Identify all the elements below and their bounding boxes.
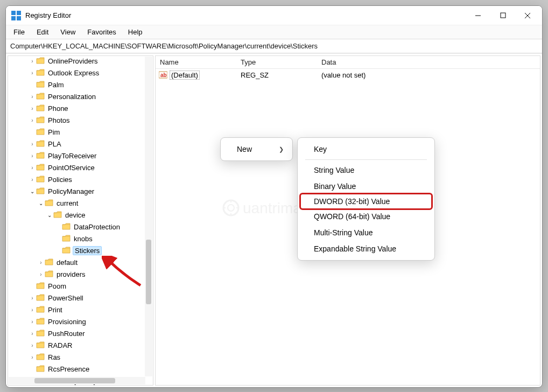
- chevron-right-icon[interactable]: ›: [37, 271, 45, 277]
- tree-item-photos[interactable]: ›Photos: [9, 114, 152, 126]
- folder-icon: [53, 211, 62, 219]
- tree-item-pointofservice[interactable]: ›PointOfService: [9, 162, 152, 173]
- ctx-binary-value[interactable]: Binary Value: [301, 178, 431, 194]
- folder-icon: [36, 93, 45, 100]
- tree-vscroll-thumb[interactable]: [146, 240, 151, 304]
- chevron-right-icon[interactable]: ›: [29, 319, 36, 325]
- chevron-right-icon[interactable]: ›: [29, 106, 36, 111]
- tree-item-palm[interactable]: Palm: [9, 79, 152, 90]
- chevron-right-icon[interactable]: ›: [29, 94, 36, 100]
- menu-favorites[interactable]: Favorites: [82, 26, 121, 38]
- folder-icon: [36, 128, 45, 136]
- chevron-right-icon[interactable]: ›: [29, 153, 36, 159]
- tree-hscroll-thumb[interactable]: [34, 378, 115, 383]
- ctx-expandable-string-value[interactable]: Expandable String Value: [301, 241, 431, 257]
- folder-icon: [36, 164, 45, 171]
- tree-item-label: RcsPresence: [47, 365, 90, 374]
- tree-item-radar[interactable]: ›RADAR: [9, 339, 152, 351]
- tree-item-personalization[interactable]: ›Personalization: [9, 90, 152, 102]
- chevron-right-icon[interactable]: ›: [29, 295, 36, 301]
- folder-icon: [62, 247, 71, 254]
- tree-item-ras[interactable]: ›Ras: [9, 351, 152, 363]
- chevron-right-icon[interactable]: ›: [29, 70, 36, 76]
- tree-item-label: Ras: [47, 353, 61, 362]
- tree-item-label: PowerShell: [47, 293, 85, 303]
- tree-vscroll[interactable]: [145, 57, 152, 376]
- tree-item-policies[interactable]: ›Policies: [9, 173, 152, 185]
- svg-rect-1: [17, 11, 21, 15]
- chevron-right-icon[interactable]: ›: [29, 165, 36, 171]
- tree-item-outlook-express[interactable]: ›Outlook Express: [9, 67, 152, 79]
- ctx-multi-string-value[interactable]: Multi-String Value: [301, 225, 431, 241]
- chevron-right-icon[interactable]: ›: [29, 342, 36, 348]
- tree-item-provisioning[interactable]: ›Provisioning: [9, 316, 152, 327]
- folder-icon: [36, 81, 45, 88]
- chevron-right-icon[interactable]: ›: [37, 260, 45, 265]
- tree-item-policymanager[interactable]: ⌄PolicyManager: [9, 185, 152, 197]
- value-row-default[interactable]: ab (Default) REG_SZ (value not set): [156, 69, 540, 81]
- tree-item-providers[interactable]: ›providers: [9, 268, 152, 280]
- tree-item-label: Outlook Express: [47, 68, 100, 78]
- tree-item-stickers[interactable]: Stickers: [9, 244, 152, 256]
- tree-item-current[interactable]: ⌄current: [9, 197, 152, 209]
- tree-item-device[interactable]: ⌄device: [9, 209, 152, 221]
- folder-icon: [36, 57, 45, 65]
- chevron-right-icon[interactable]: ›: [29, 354, 36, 360]
- col-name[interactable]: Name: [156, 58, 236, 66]
- tree-item-label: Provisioning: [47, 317, 87, 326]
- close-button[interactable]: [515, 7, 540, 24]
- tree-item-dataprotection[interactable]: DataProtection: [9, 221, 152, 233]
- col-data[interactable]: Data: [317, 58, 540, 66]
- value-type: REG_SZ: [236, 71, 317, 79]
- chevron-right-icon[interactable]: ›: [29, 177, 36, 183]
- tree-item-playtoreceiver[interactable]: ›PlayToReceiver: [9, 150, 152, 162]
- tree-item-default[interactable]: ›default: [9, 256, 152, 268]
- tree-item-label: knobs: [73, 234, 94, 243]
- ctx-qword-value[interactable]: QWORD (64-bit) Value: [301, 208, 431, 225]
- tree-item-knobs[interactable]: knobs: [9, 233, 152, 244]
- chevron-down-icon[interactable]: ⌄: [46, 212, 53, 218]
- tree-item-pla[interactable]: ›PLA: [9, 138, 152, 150]
- menu-edit[interactable]: Edit: [31, 26, 54, 38]
- address-bar[interactable]: Computer\HKEY_LOCAL_MACHINE\SOFTWARE\Mic…: [6, 39, 542, 53]
- chevron-right-icon[interactable]: ›: [29, 117, 36, 123]
- chevron-right-icon[interactable]: ›: [29, 331, 36, 337]
- title-bar[interactable]: Registry Editor: [6, 6, 542, 25]
- tree-item-label: PushRouter: [47, 329, 86, 338]
- tree-item-rcspresence[interactable]: RcsPresence: [9, 363, 152, 375]
- menu-file[interactable]: File: [8, 26, 30, 38]
- chevron-right-icon[interactable]: ›: [29, 141, 36, 147]
- chevron-down-icon[interactable]: ⌄: [37, 200, 45, 206]
- folder-icon: [36, 306, 45, 313]
- chevron-down-icon[interactable]: ⌄: [29, 188, 36, 194]
- tree-item-powershell[interactable]: ›PowerShell: [9, 292, 152, 304]
- tree-item-onlineproviders[interactable]: ›OnlineProviders: [9, 55, 152, 67]
- menu-bar: File Edit View Favorites Help: [6, 25, 542, 39]
- tree-hscroll[interactable]: [9, 377, 145, 384]
- chevron-right-icon[interactable]: ›: [29, 58, 36, 64]
- tree-item-label: Policies: [47, 175, 73, 184]
- tree-item-poom[interactable]: Poom: [9, 280, 152, 292]
- ctx-string-value[interactable]: String Value: [301, 162, 431, 178]
- svg-rect-0: [11, 11, 16, 15]
- tree-item-pushrouter[interactable]: ›PushRouter: [9, 327, 152, 339]
- maximize-button[interactable]: [490, 7, 515, 24]
- ctx-key[interactable]: Key: [301, 141, 431, 157]
- tree-item-phone[interactable]: ›Phone: [9, 102, 152, 114]
- tree-item-label: providers: [55, 270, 86, 279]
- folder-icon: [36, 104, 45, 112]
- tree-item-pim[interactable]: Pim: [9, 126, 152, 138]
- value-data: (value not set): [317, 71, 540, 79]
- context-submenu-new: Key String Value Binary Value DWORD (32-…: [297, 137, 435, 261]
- ctx-new[interactable]: New ❯: [224, 141, 289, 157]
- chevron-right-icon[interactable]: ›: [29, 307, 36, 313]
- tree-item-print[interactable]: ›Print: [9, 304, 152, 316]
- ctx-dword-value[interactable]: DWORD (32-bit) Value: [299, 193, 433, 210]
- column-headers[interactable]: Name Type Data: [156, 56, 540, 69]
- menu-view[interactable]: View: [55, 26, 81, 38]
- col-type[interactable]: Type: [236, 58, 317, 66]
- menu-help[interactable]: Help: [123, 26, 148, 38]
- minimize-button[interactable]: [466, 7, 490, 24]
- tree-panel[interactable]: ›OnlineProviders›Outlook ExpressPalm›Per…: [8, 55, 153, 386]
- value-name-cell: ab (Default): [156, 71, 236, 80]
